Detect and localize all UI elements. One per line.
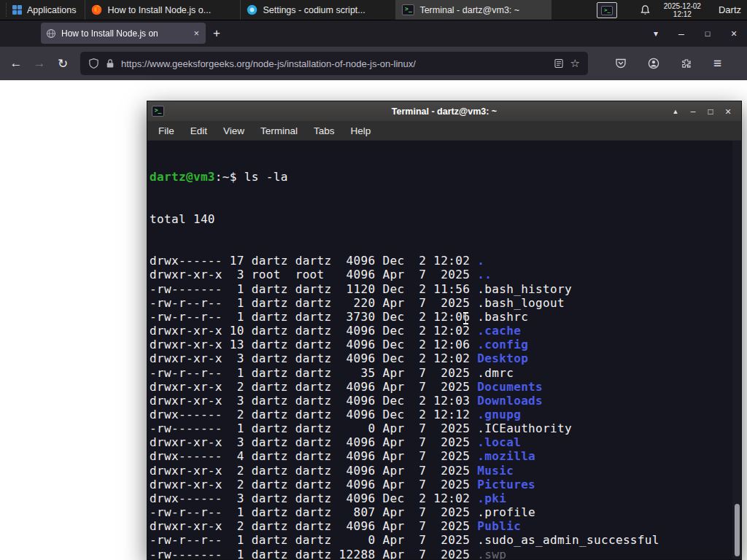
terminal-line: -rw-r--r-- 1 dartz dartz 3730 Dec 2 12:0… (150, 310, 731, 324)
terminal-line: drwx------ 3 dartz dartz 4096 Dec 2 12:0… (150, 491, 731, 505)
file-name: Music (477, 464, 514, 478)
url-bar[interactable]: https://www.geeksforgeeks.org/node-js/in… (80, 52, 588, 75)
file-meta: -rw-r--r-- 1 dartz dartz 0 Apr 7 2025 (150, 533, 477, 547)
menu-file[interactable]: File (150, 125, 182, 136)
terminal-prompt-line: dartz@vm3:~$ ls -la (150, 170, 731, 184)
file-meta: drwx------ 2 dartz dartz 4096 Dec 2 12:1… (150, 408, 477, 421)
file-meta: -rw-r--r-- 1 dartz dartz 220 Apr 7 2025 (150, 296, 477, 310)
forward-button[interactable]: → (28, 56, 51, 71)
browser-minimize-button[interactable]: – (668, 28, 694, 39)
file-name: .pki (477, 491, 506, 505)
browser-tab[interactable]: How to Install Node.js on × (41, 23, 206, 44)
taskbar-label: How to Install Node.js o... (107, 5, 234, 15)
user-menu[interactable]: Dartz (714, 4, 741, 15)
page-favicon-globe-icon (46, 28, 56, 39)
file-meta: -rw-r--r-- 1 dartz dartz 807 Apr 7 2025 (150, 505, 477, 519)
taskbar-button-terminal[interactable]: >_ Terminal - dartz@vm3: ~ (396, 0, 551, 20)
file-name: .gnupg (477, 408, 521, 421)
tracking-shield-icon[interactable] (88, 58, 99, 69)
terminal-window: >_ Terminal - dartz@vm3: ~ ▲ – □ × FileE… (147, 101, 742, 560)
menu-help[interactable]: Help (343, 125, 379, 136)
file-meta: drwxr-xr-x 13 dartz dartz 4096 Dec 2 12:… (150, 338, 477, 351)
terminal-listing: drwx------ 17 dartz dartz 4096 Dec 2 12:… (150, 254, 731, 559)
taskbar-button-codium[interactable]: Settings - codium script... (241, 0, 396, 20)
terminal-total-line: total 140 (150, 212, 731, 226)
file-name: .local (477, 435, 521, 449)
terminal-output[interactable]: dartz@vm3:~$ ls -la total 140 drwx------… (147, 141, 741, 559)
terminal-scrollbar[interactable] (732, 141, 741, 559)
file-name: Downloads (477, 394, 543, 408)
shade-button[interactable]: ▲ (667, 108, 684, 115)
file-meta: drwxr-xr-x 3 dartz dartz 4096 Dec 2 12:0… (150, 394, 477, 408)
file-name: .bashrc (477, 310, 528, 324)
pocket-save-icon[interactable] (615, 58, 627, 69)
terminal-line: -rw------- 1 dartz dartz 0 Apr 7 2025 .I… (150, 421, 731, 435)
browser-toolbar: ← → ↻ https://www.geeksforgeeks.org/node… (0, 47, 747, 80)
url-text[interactable]: https://www.geeksforgeeks.org/node-js/in… (121, 58, 547, 69)
menu-terminal[interactable]: Terminal (252, 125, 306, 136)
applications-icon (12, 5, 22, 15)
menu-tabs[interactable]: Tabs (306, 125, 343, 136)
file-name: .bash_logout (477, 296, 565, 310)
file-name: .ICEauthority (477, 421, 572, 435)
menu-icon[interactable]: ≡ (713, 55, 721, 71)
terminal-line: drwxr-xr-x 2 dartz dartz 4096 Apr 7 2025… (150, 380, 731, 394)
file-name: Public (477, 519, 521, 533)
browser-close-button[interactable]: × (721, 28, 747, 39)
file-meta: drwxr-xr-x 2 dartz dartz 4096 Apr 7 2025 (150, 478, 477, 491)
browser-maximize-button[interactable]: □ (694, 29, 721, 38)
file-name: Documents (477, 380, 543, 394)
panel-status-area: 2025-12-02 12:12 Dartz (640, 0, 747, 20)
notification-bell-icon[interactable] (640, 4, 651, 16)
tab-close-icon[interactable]: × (192, 28, 201, 39)
panel-clock[interactable]: 2025-12-02 12:12 (664, 2, 701, 18)
file-name: . (477, 254, 484, 268)
terminal-menubar: FileEditViewTerminalTabsHelp (147, 121, 741, 141)
file-meta: drwxr-xr-x 3 dartz dartz 4096 Apr 7 2025 (150, 435, 477, 449)
panel-handle[interactable] (0, 3, 7, 17)
extensions-puzzle-icon[interactable] (681, 58, 692, 69)
lock-icon[interactable] (106, 58, 115, 69)
terminal-line: drwxr-xr-x 2 dartz dartz 4096 Apr 7 2025… (150, 519, 731, 533)
reload-button[interactable]: ↻ (51, 56, 74, 71)
scrollbar-thumb[interactable] (735, 504, 740, 556)
file-meta: -rw------- 1 dartz dartz 0 Apr 7 2025 (150, 421, 477, 435)
reader-mode-icon[interactable] (554, 58, 564, 69)
terminal-line: drwxr-xr-x 2 dartz dartz 4096 Apr 7 2025… (150, 464, 731, 478)
list-all-tabs-icon[interactable]: ▾ (643, 28, 668, 39)
terminal-line: drwxr-xr-x 10 dartz dartz 4096 Dec 2 12:… (150, 324, 731, 338)
terminal-line: drwxr-xr-x 3 dartz dartz 4096 Apr 7 2025… (150, 435, 731, 449)
terminal-minimize-button[interactable]: – (684, 106, 702, 117)
tray-terminal-icon[interactable]: >_ (597, 2, 617, 18)
file-name: Desktop (477, 351, 528, 365)
terminal-line: -rw------- 1 dartz dartz 1120 Dec 2 11:5… (150, 282, 731, 296)
command-text: ls -la (244, 170, 288, 184)
taskbar-button-browser[interactable]: How to Install Node.js o... (85, 0, 241, 20)
menu-view[interactable]: View (215, 125, 252, 136)
account-icon[interactable] (648, 58, 659, 69)
terminal-close-button[interactable]: × (719, 106, 737, 117)
clock-date: 2025-12-02 (664, 2, 701, 10)
file-meta: -rw-r--r-- 1 dartz dartz 35 Apr 7 2025 (150, 366, 477, 380)
file-name: .profile (477, 505, 535, 519)
terminal-line: drwxr-xr-x 13 dartz dartz 4096 Dec 2 12:… (150, 338, 731, 351)
clock-time: 12:12 (664, 10, 701, 18)
prompt-user-host: dartz@vm3 (150, 170, 215, 184)
prompt-suffix: :~$ (215, 170, 244, 184)
file-meta: -rw------- 1 dartz dartz 1120 Dec 2 11:5… (150, 282, 477, 296)
file-meta: -rw------- 1 dartz dartz 12288 Apr 7 202… (150, 548, 477, 559)
terminal-titlebar[interactable]: >_ Terminal - dartz@vm3: ~ ▲ – □ × (147, 101, 741, 121)
file-name: .mozilla (477, 449, 535, 463)
toolbar-icons: ≡ (594, 55, 743, 71)
back-button[interactable]: ← (4, 56, 28, 71)
applications-menu-button[interactable]: Applications (7, 0, 85, 20)
new-tab-button[interactable]: + (206, 26, 228, 41)
terminal-line: drwxr-xr-x 3 root root 4096 Apr 7 2025 .… (150, 268, 731, 281)
terminal-line: -rw-r--r-- 1 dartz dartz 807 Apr 7 2025 … (150, 505, 731, 519)
terminal-icon: >_ (601, 6, 613, 15)
bookmark-star-icon[interactable]: ☆ (570, 57, 580, 70)
terminal-maximize-button[interactable]: □ (702, 106, 719, 117)
menu-edit[interactable]: Edit (182, 125, 215, 136)
terminal-line: -rw-r--r-- 1 dartz dartz 0 Apr 7 2025 .s… (150, 533, 731, 547)
file-meta: drwxr-xr-x 3 dartz dartz 4096 Dec 2 12:0… (150, 351, 477, 365)
